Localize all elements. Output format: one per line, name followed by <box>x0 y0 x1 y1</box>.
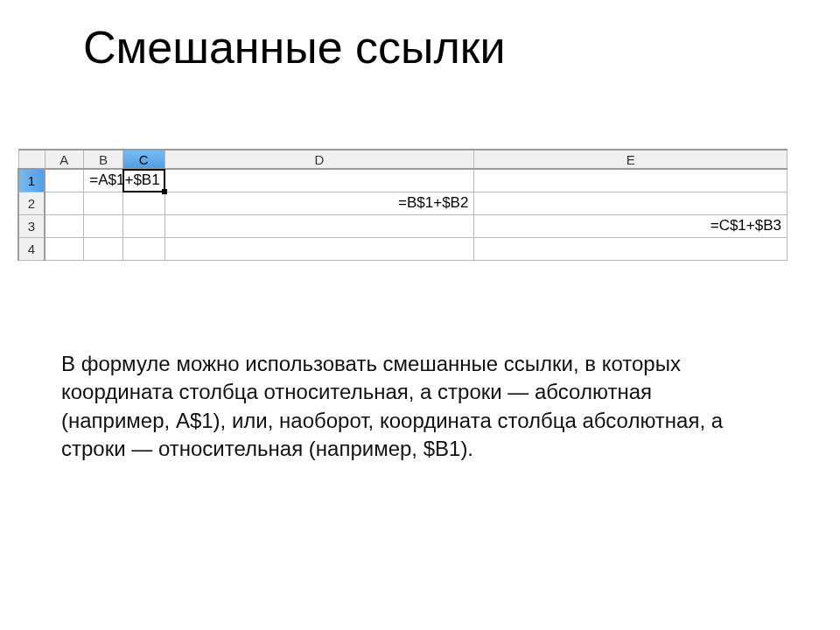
cell-E2[interactable] <box>474 192 788 214</box>
cell-E4[interactable] <box>474 237 788 260</box>
row-header-4[interactable]: 4 <box>18 237 45 260</box>
cell-A4[interactable] <box>45 237 84 260</box>
cell-A2[interactable] <box>45 192 84 214</box>
cell-D4[interactable] <box>164 237 474 260</box>
cell-D1[interactable] <box>164 169 474 192</box>
slide-title: Смешанные ссылки <box>83 21 506 74</box>
spreadsheet-area: A B C D E 1 =A$1+$B1 <box>18 149 788 261</box>
col-header-B[interactable]: B <box>84 150 123 169</box>
cell-B4[interactable] <box>84 237 123 260</box>
col-header-C[interactable]: C <box>122 150 164 169</box>
row-header-3[interactable]: 3 <box>18 214 45 237</box>
cell-C1-value: =A$1+$B1 <box>89 172 159 189</box>
body-paragraph: В формуле можно использовать смешанные с… <box>61 350 752 464</box>
select-all-corner[interactable] <box>18 150 45 169</box>
cell-A1[interactable] <box>45 169 84 192</box>
cell-C2[interactable] <box>122 192 164 214</box>
cell-E3[interactable]: =C$1+$B3 <box>474 214 788 237</box>
cell-C3[interactable] <box>122 214 164 237</box>
row-header-1[interactable]: 1 <box>18 169 45 192</box>
col-header-E[interactable]: E <box>474 150 788 169</box>
cell-B2[interactable] <box>84 192 123 214</box>
col-header-D[interactable]: D <box>164 150 474 169</box>
cell-D3[interactable] <box>164 214 474 237</box>
cell-D2[interactable]: =B$1+$B2 <box>164 192 474 214</box>
fill-handle[interactable] <box>162 189 167 194</box>
cell-C4[interactable] <box>122 237 164 260</box>
cell-E1[interactable] <box>474 169 788 192</box>
cell-C1[interactable]: =A$1+$B1 <box>122 169 164 192</box>
row-header-2[interactable]: 2 <box>18 192 45 214</box>
spreadsheet-grid[interactable]: A B C D E 1 =A$1+$B1 <box>18 149 788 261</box>
cell-A3[interactable] <box>45 214 84 237</box>
cell-B3[interactable] <box>84 214 123 237</box>
col-header-A[interactable]: A <box>45 150 84 169</box>
